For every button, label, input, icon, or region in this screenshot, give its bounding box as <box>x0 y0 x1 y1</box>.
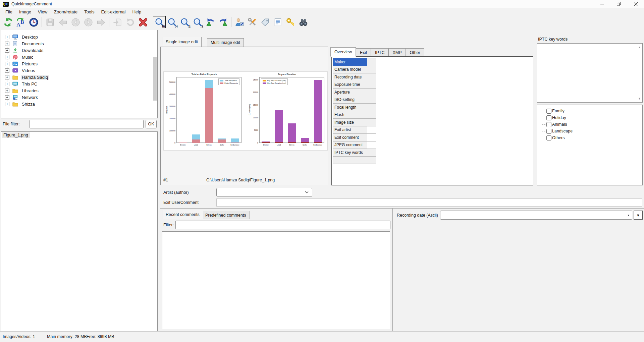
checkbox-holiday[interactable] <box>546 115 551 120</box>
zoom-1-2-button[interactable]: :2 <box>178 16 191 28</box>
tree-item-videos[interactable]: +Videos <box>2 67 152 74</box>
artist-author-combobox[interactable] <box>216 188 312 197</box>
menu-zoom-rotate[interactable]: Zoom/rotate <box>51 9 81 15</box>
iptc-keywords-listbox[interactable]: ▲ ▼ <box>537 43 643 103</box>
metadata-value-maker[interactable] <box>367 58 376 66</box>
metadata-label-iso-setting[interactable]: ISO-setting <box>333 96 367 104</box>
rename-button[interactable]: AB <box>14 16 27 28</box>
file-filter-input[interactable] <box>30 120 144 128</box>
expand-icon[interactable]: + <box>5 62 9 66</box>
metadata-label-empty[interactable] <box>333 157 367 164</box>
metadata-label-focal-length[interactable]: Focal length <box>333 104 367 111</box>
tree-item-libraries[interactable]: +Libraries <box>2 87 152 94</box>
recording-date-dropdown-button[interactable]: ▼ <box>634 211 643 220</box>
metadata-value-image-size[interactable] <box>367 119 376 126</box>
metadata-label-exif-artist[interactable]: Exif artist <box>333 126 367 134</box>
zoom-1-1-button[interactable]: :1 <box>191 16 204 28</box>
metadata-label-maker[interactable]: Maker <box>333 58 367 66</box>
expand-icon[interactable]: + <box>5 89 9 93</box>
metadata-value-camera-model[interactable] <box>367 66 376 74</box>
minimize-button[interactable] <box>594 0 610 8</box>
metadata-value-jpeg-comment[interactable] <box>367 141 376 149</box>
comments-listbox[interactable] <box>162 231 390 329</box>
checkbox-landscape[interactable] <box>546 129 551 134</box>
tree-item-desktop[interactable]: +Desktop <box>2 34 152 40</box>
user-settings-button[interactable] <box>233 16 246 28</box>
recording-date-combobox[interactable]: ▾ <box>440 211 632 220</box>
tree-item-pictures[interactable]: +Pictures <box>2 60 152 67</box>
tab-overview[interactable]: Overview <box>330 47 356 57</box>
menu-image[interactable]: Image <box>16 9 35 15</box>
scroll-up-icon[interactable]: ▲ <box>638 46 641 49</box>
metadata-label-exposure-time[interactable]: Exposure time <box>333 81 367 89</box>
expand-icon[interactable]: + <box>5 42 9 46</box>
tab-exif[interactable]: Exif <box>356 48 371 57</box>
metadata-value-exif-comment[interactable] <box>367 134 376 141</box>
close-button[interactable] <box>627 0 644 8</box>
metadata-value-iso-setting[interactable] <box>367 96 376 104</box>
expand-icon[interactable]: + <box>5 102 9 106</box>
key-button[interactable] <box>284 16 297 28</box>
metadata-value-empty[interactable] <box>367 157 376 164</box>
file-item-figure-1-png[interactable]: Figure_1.png <box>2 132 30 138</box>
metadata-label-iptc-key-words[interactable]: IPTC key words <box>333 149 367 157</box>
menu-tools[interactable]: Tools <box>81 9 98 15</box>
metadata-value-flash[interactable] <box>367 111 376 119</box>
tab-xmp[interactable]: XMP <box>388 48 406 57</box>
expand-icon[interactable]: + <box>5 48 9 53</box>
metadata-value-exposure-time[interactable] <box>367 81 376 89</box>
metadata-label-jpeg-comment[interactable]: JPEG comment <box>333 141 367 149</box>
restore-button[interactable] <box>610 0 627 8</box>
tree-item-downloads[interactable]: +Downloads <box>2 47 152 54</box>
keyword-row-animals[interactable]: Animals <box>540 121 641 128</box>
tree-item-music[interactable]: +Music <box>2 54 152 60</box>
tab-other[interactable]: Other <box>406 48 424 57</box>
expand-icon[interactable]: + <box>5 82 9 86</box>
expand-icon[interactable]: + <box>5 55 9 59</box>
expand-icon[interactable]: + <box>5 95 9 100</box>
keyword-row-holiday[interactable]: Holiday <box>540 114 641 121</box>
settings-button[interactable] <box>246 16 259 28</box>
refresh-button[interactable] <box>2 16 14 28</box>
metadata-value-focal-length[interactable] <box>367 104 376 111</box>
tab-multi-image-edit[interactable]: Multi image edit <box>207 38 244 47</box>
menu-edit-external[interactable]: Edit-external <box>98 9 129 15</box>
tree-item-documents[interactable]: +Documents <box>2 40 152 47</box>
metadata-value-exif-artist[interactable] <box>367 126 376 134</box>
expand-icon[interactable]: + <box>5 68 9 73</box>
checkbox-animals[interactable] <box>546 122 551 127</box>
keyword-row-landscape[interactable]: Landscape <box>540 128 641 134</box>
menu-file[interactable]: File <box>2 9 16 15</box>
tree-item-network[interactable]: +Network <box>2 94 152 101</box>
metadata-label-aperture[interactable]: Aperture <box>333 89 367 96</box>
tree-item-hamza-sadiq[interactable]: +Hamza Sadiq <box>2 74 152 80</box>
tab-predefined-comments[interactable]: Predefined comments <box>202 211 250 219</box>
zoom-fit-button[interactable]: fit <box>153 16 166 28</box>
metadata-label-exif-comment[interactable]: Exif comment <box>333 134 367 141</box>
tab-recent-comments[interactable]: Recent comments <box>162 210 203 219</box>
metadata-label-recording-date[interactable]: Recording date <box>333 73 367 81</box>
rotate-left-button[interactable] <box>204 16 217 28</box>
keyword-row-others[interactable]: Others <box>540 134 641 141</box>
tab-iptc[interactable]: IPTC <box>371 48 388 57</box>
scroll-down-icon[interactable]: ▼ <box>638 97 641 100</box>
search-button[interactable] <box>297 16 310 28</box>
checkbox-others[interactable] <box>546 135 551 140</box>
comments-filter-input[interactable] <box>175 221 390 229</box>
file-filter-ok-button[interactable]: OK <box>146 120 157 128</box>
text-template-button[interactable] <box>271 16 284 28</box>
metadata-label-image-size[interactable]: Image size <box>333 119 367 126</box>
expand-icon[interactable]: + <box>5 35 9 39</box>
metadata-label-camera-model[interactable]: Camera model <box>333 66 367 74</box>
metadata-value-iptc-key-words[interactable] <box>367 149 376 157</box>
menu-view[interactable]: View <box>35 9 51 15</box>
exif-usercomment-field[interactable] <box>216 198 642 207</box>
tree-item-this-pc[interactable]: +This PC <box>2 80 152 87</box>
checkbox-family[interactable] <box>546 109 551 114</box>
timestamp-button[interactable] <box>27 16 40 28</box>
tag-button[interactable] <box>259 16 271 28</box>
menu-help[interactable]: Help <box>129 9 145 15</box>
tab-single-image-edit[interactable]: Single image edit <box>162 37 202 47</box>
metadata-label-flash[interactable]: Flash <box>333 111 367 119</box>
tree-scrollbar-thumb[interactable] <box>153 57 157 101</box>
